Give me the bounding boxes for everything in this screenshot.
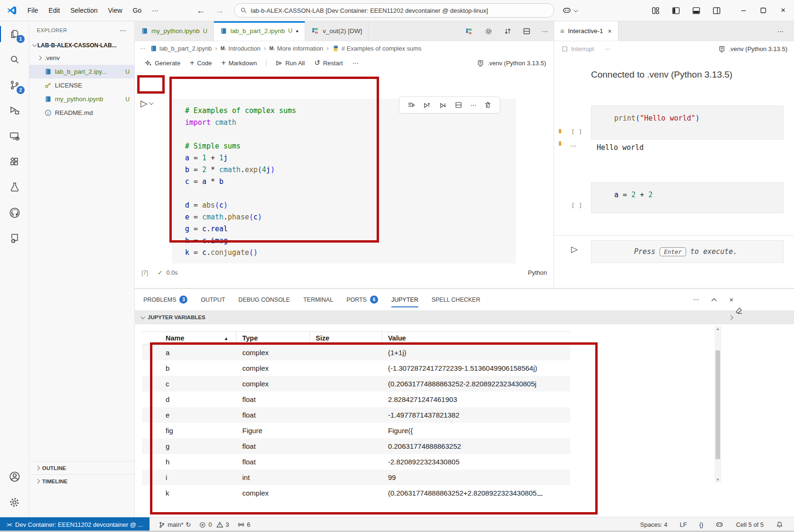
ports-status[interactable]: 6 [233,521,255,528]
column-header-name[interactable]: Name ▲ [142,332,237,344]
forward-arrow-icon[interactable]: → [215,6,224,16]
menu-file[interactable]: File [23,5,43,16]
column-header-size[interactable]: Size [310,332,382,344]
outline-section[interactable]: OUTLINE [29,461,134,474]
column-header-type[interactable]: Type [237,332,310,344]
tree-item-lab-b-part-2-ipy-[interactable]: lab_b_part_2.ipy...U [29,65,134,78]
close-window-icon[interactable]: × [781,6,785,15]
tree-root-folder[interactable]: LAB-B-ALEX-CASSON-LAB... [29,39,134,51]
variable-row-fig[interactable]: figFigureFigure({ [142,423,570,438]
panel-tab-ports[interactable]: PORTS6 [346,293,378,306]
cell-code[interactable]: # Examples of complex sumsimport cmath #… [172,99,516,259]
eol-status[interactable]: LF [676,521,691,528]
tab-lab-b-part-2[interactable]: lab_b_part_2.ipynb U ● [214,21,305,41]
activitybar-account[interactable] [0,464,29,489]
copilot-icon[interactable] [562,6,572,15]
panel-tab-jupyter[interactable]: JUPYTER [391,294,418,305]
breadcrumb-item[interactable]: # Examples of complex sums [332,45,422,52]
execute-cell-and-above-icon[interactable] [423,101,431,109]
menu-selection[interactable]: Selection [66,5,103,16]
variables-scrollbar[interactable]: ▲ ▼ [715,326,721,483]
panel-tab-output[interactable]: OUTPUT [201,294,225,305]
breadcrumb-item[interactable]: M↓Introduction [221,45,260,52]
settings-gear-icon[interactable] [485,27,493,35]
explorer-more-actions-icon[interactable]: ⋯ [120,26,127,34]
tree-item-my-python-ipynb[interactable]: my_python.ipynbU [29,92,134,106]
notifications-bell-icon[interactable] [772,521,787,528]
column-header-value[interactable]: Value [382,332,570,344]
run-input-icon[interactable]: ▷ [571,244,578,254]
variable-row-c[interactable]: ccomplex(0.20631774888863252-2.820892232… [142,376,570,392]
tree-item-license[interactable]: LICENSE [29,78,134,92]
breadcrumb-item[interactable]: M↓More information [269,45,323,52]
activitybar-notebook-settings[interactable] [0,226,29,251]
customize-layout-icon[interactable] [652,7,660,15]
interactive-cell-2[interactable]: a = 2 + 2 [591,182,784,213]
tab-my-python[interactable]: my_python.ipynb U [135,21,214,41]
interactive-more-icon[interactable]: ⋯ [604,45,610,52]
notebook-more-actions-icon[interactable]: ⋯ [348,58,363,68]
activitybar-explorer[interactable]: 1 [0,21,29,47]
activitybar-search[interactable] [0,47,29,72]
chevron-right-icon[interactable] [729,315,733,320]
close-panel-icon[interactable]: × [729,296,733,304]
add-code-cell-button[interactable]: + Code [185,57,216,69]
activitybar-testing[interactable] [0,174,29,200]
indentation-status[interactable]: Spaces: 4 [636,521,672,528]
interactive-kernel-picker[interactable]: .venv (Python 3.13.5) [718,45,787,52]
add-markdown-cell-button[interactable]: + Markdown [217,57,261,69]
panel-tab-terminal[interactable]: TERMINAL [303,294,333,305]
run-cell-button[interactable]: ▷ [141,98,152,109]
problems-status[interactable]: 0 3 [195,521,233,528]
menu-edit[interactable]: Edit [44,5,65,16]
back-arrow-icon[interactable]: ← [196,6,205,16]
eraser-icon[interactable] [735,306,743,314]
output-collapse-icon[interactable]: ⋯ [570,142,577,149]
activitybar-run-debug[interactable] [0,98,29,123]
activitybar-remote-explorer[interactable] [0,123,29,149]
branch-status[interactable]: main* ↻ [154,521,195,528]
activitybar-settings[interactable] [0,489,29,515]
split-cell-icon[interactable] [455,101,462,109]
menu-more-icon[interactable]: ⋯ [147,5,164,16]
panel-tab-debug-console[interactable]: DEBUG CONSOLE [238,294,290,305]
tab-v-out[interactable]: v_out(2) [DW] [305,21,369,41]
timeline-section[interactable]: TIMELINE [29,474,134,488]
panel-tab-problems[interactable]: PROBLEMS3 [143,293,187,306]
minimize-icon[interactable]: – [741,6,746,15]
toggle-secondary-sidebar-icon[interactable] [713,7,721,15]
language-braces-status[interactable]: {} [695,521,708,528]
cell-more-actions-icon[interactable]: ⋯ [470,102,476,109]
variable-row-k[interactable]: kcomplex(0.20631774888863252+2.820892232… [142,485,570,501]
dirty-dot-icon[interactable]: ● [296,28,299,34]
overflow-dots-icon[interactable]: ⋯ [140,45,146,52]
cell-position-status[interactable]: Cell 5 of 5 [732,521,768,528]
scroll-up-icon[interactable]: ▲ [715,327,721,331]
activitybar-github[interactable] [0,200,29,226]
copilot-status-icon[interactable] [711,521,728,529]
variable-row-g[interactable]: gfloat0.20631774888863252 [142,438,570,454]
execute-above-icon[interactable] [407,101,415,109]
interrupt-button[interactable]: Interrupt [562,45,594,52]
panel-tab-spell-checker[interactable]: SPELL CHECKER [432,294,480,305]
scrollbar-thumb[interactable] [715,350,720,459]
variable-row-i[interactable]: iint99 [142,470,570,485]
tree-item--venv[interactable]: .venv [29,51,134,65]
activitybar-extensions[interactable] [0,149,29,174]
scroll-down-icon[interactable]: ▼ [715,478,721,482]
variable-row-a[interactable]: acomplex(1+1j) [142,345,570,360]
menu-go[interactable]: Go [128,5,146,16]
variable-row-h[interactable]: hfloat-2.8208922323430805 [142,454,570,470]
code-cell[interactable]: # Examples of complex sumsimport cmath #… [172,99,516,263]
command-center-search[interactable]: lab-b-ALEX-CASSON-LAB [Dev Container: EE… [234,3,554,17]
kernel-picker[interactable]: .venv (Python 3.13.5) [477,60,546,67]
remote-indicator[interactable]: >< Dev Container: EEEN11202 devcontainer… [0,517,150,532]
variable-row-d[interactable]: dfloat2.8284271247461903 [142,392,570,407]
waveform-action-icon[interactable] [465,27,473,35]
split-editor-icon[interactable] [523,27,530,35]
more-actions-icon[interactable]: ⋯ [777,21,784,41]
cell-language[interactable]: Python [528,269,547,276]
chevron-down-icon[interactable] [573,8,578,12]
variable-row-e[interactable]: efloat-1.4977871437821382 [142,407,570,423]
run-all-button[interactable]: Run All [271,58,309,68]
